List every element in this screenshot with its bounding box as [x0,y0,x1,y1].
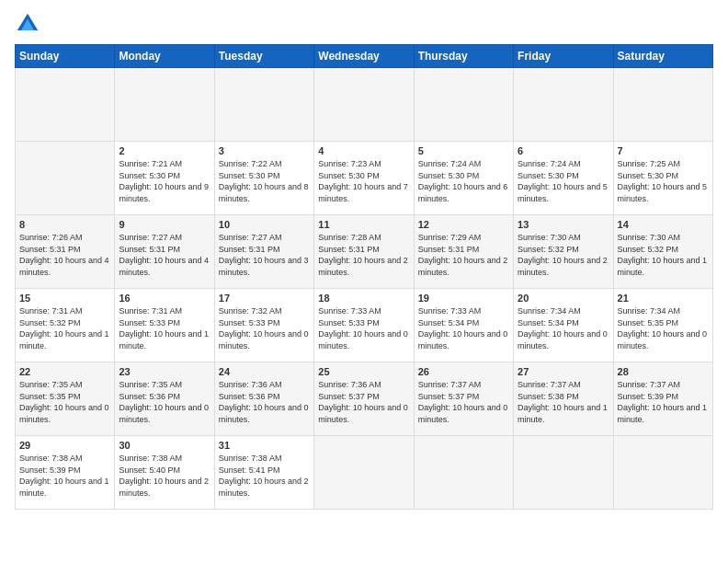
day-info: Sunrise: 7:38 AMSunset: 5:39 PMDaylight:… [19,453,110,499]
empty-cell [514,68,613,142]
day-cell-20: 20Sunrise: 7:34 AMSunset: 5:34 PMDayligh… [514,289,613,362]
day-number: 16 [119,293,210,304]
day-number: 27 [518,366,609,377]
day-cell-23: 23Sunrise: 7:35 AMSunset: 5:36 PMDayligh… [115,362,214,436]
empty-cell [414,68,513,142]
day-info: Sunrise: 7:33 AMSunset: 5:34 PMDaylight:… [418,305,509,351]
day-info: Sunrise: 7:37 AMSunset: 5:39 PMDaylight:… [618,379,709,425]
day-info: Sunrise: 7:23 AMSunset: 5:30 PMDaylight:… [318,158,409,204]
week-row-2: 8Sunrise: 7:26 AMSunset: 5:31 PMDaylight… [16,215,713,289]
day-cell-4: 4Sunrise: 7:23 AMSunset: 5:30 PMDaylight… [314,142,414,215]
empty-cell [314,436,414,510]
day-number: 19 [418,293,509,304]
day-cell-31: 31Sunrise: 7:38 AMSunset: 5:41 PMDayligh… [214,436,313,510]
week-row-1: 2Sunrise: 7:21 AMSunset: 5:30 PMDaylight… [16,142,713,215]
day-cell-30: 30Sunrise: 7:38 AMSunset: 5:40 PMDayligh… [115,436,214,510]
day-cell-14: 14Sunrise: 7:30 AMSunset: 5:32 PMDayligh… [613,215,712,289]
day-cell-19: 19Sunrise: 7:33 AMSunset: 5:34 PMDayligh… [414,289,513,362]
day-info: Sunrise: 7:21 AMSunset: 5:30 PMDaylight:… [119,158,210,204]
day-number: 21 [618,293,709,304]
empty-cell [514,436,613,510]
page: SundayMondayTuesdayWednesdayThursdayFrid… [0,0,728,563]
day-info: Sunrise: 7:24 AMSunset: 5:30 PMDaylight:… [418,158,509,204]
day-number: 13 [518,219,609,230]
day-number: 6 [518,145,609,156]
day-cell-24: 24Sunrise: 7:36 AMSunset: 5:36 PMDayligh… [214,362,313,436]
week-row-4: 22Sunrise: 7:35 AMSunset: 5:35 PMDayligh… [16,362,713,436]
day-header-tuesday: Tuesday [214,45,313,68]
day-cell-11: 11Sunrise: 7:28 AMSunset: 5:31 PMDayligh… [314,215,414,289]
calendar-header-row: SundayMondayTuesdayWednesdayThursdayFrid… [16,45,713,68]
day-number: 4 [318,145,409,156]
day-number: 11 [318,219,409,230]
day-number: 8 [19,219,110,230]
day-info: Sunrise: 7:38 AMSunset: 5:41 PMDaylight:… [219,453,310,499]
day-number: 26 [418,366,509,377]
day-cell-25: 25Sunrise: 7:36 AMSunset: 5:37 PMDayligh… [314,362,414,436]
day-number: 22 [19,366,110,377]
day-info: Sunrise: 7:30 AMSunset: 5:32 PMDaylight:… [518,232,609,278]
calendar-body: 2Sunrise: 7:21 AMSunset: 5:30 PMDaylight… [16,68,713,510]
day-cell-12: 12Sunrise: 7:29 AMSunset: 5:31 PMDayligh… [414,215,513,289]
day-info: Sunrise: 7:26 AMSunset: 5:31 PMDaylight:… [19,232,110,278]
day-number: 7 [618,145,709,156]
day-info: Sunrise: 7:38 AMSunset: 5:40 PMDaylight:… [119,453,210,499]
empty-cell [16,68,115,142]
day-header-thursday: Thursday [414,45,513,68]
day-cell-28: 28Sunrise: 7:37 AMSunset: 5:39 PMDayligh… [613,362,712,436]
empty-cell [414,436,513,510]
day-header-wednesday: Wednesday [314,45,414,68]
day-number: 3 [219,145,310,156]
day-number: 2 [119,145,210,156]
day-header-monday: Monday [115,45,214,68]
day-header-saturday: Saturday [613,45,712,68]
day-number: 10 [219,219,310,230]
day-cell-13: 13Sunrise: 7:30 AMSunset: 5:32 PMDayligh… [514,215,613,289]
day-header-sunday: Sunday [16,45,115,68]
empty-cell [613,68,712,142]
day-info: Sunrise: 7:36 AMSunset: 5:36 PMDaylight:… [219,379,310,425]
day-number: 5 [418,145,509,156]
day-cell-27: 27Sunrise: 7:37 AMSunset: 5:38 PMDayligh… [514,362,613,436]
day-info: Sunrise: 7:32 AMSunset: 5:33 PMDaylight:… [219,305,310,351]
day-info: Sunrise: 7:31 AMSunset: 5:32 PMDaylight:… [19,305,110,351]
day-cell-16: 16Sunrise: 7:31 AMSunset: 5:33 PMDayligh… [115,289,214,362]
day-number: 9 [119,219,210,230]
day-number: 18 [318,293,409,304]
day-info: Sunrise: 7:35 AMSunset: 5:35 PMDaylight:… [19,379,110,425]
day-info: Sunrise: 7:34 AMSunset: 5:34 PMDaylight:… [518,305,609,351]
empty-cell [314,68,414,142]
day-info: Sunrise: 7:37 AMSunset: 5:38 PMDaylight:… [518,379,609,425]
day-info: Sunrise: 7:36 AMSunset: 5:37 PMDaylight:… [318,379,409,425]
day-header-friday: Friday [514,45,613,68]
day-cell-22: 22Sunrise: 7:35 AMSunset: 5:35 PMDayligh… [16,362,115,436]
day-cell-10: 10Sunrise: 7:27 AMSunset: 5:31 PMDayligh… [214,215,313,289]
day-cell-8: 8Sunrise: 7:26 AMSunset: 5:31 PMDaylight… [16,215,115,289]
day-number: 24 [219,366,310,377]
day-cell-2: 2Sunrise: 7:21 AMSunset: 5:30 PMDaylight… [115,142,214,215]
week-row-3: 15Sunrise: 7:31 AMSunset: 5:32 PMDayligh… [16,289,713,362]
day-number: 30 [119,440,210,451]
day-info: Sunrise: 7:29 AMSunset: 5:31 PMDaylight:… [418,232,509,278]
day-cell-15: 15Sunrise: 7:31 AMSunset: 5:32 PMDayligh… [16,289,115,362]
day-info: Sunrise: 7:27 AMSunset: 5:31 PMDaylight:… [119,232,210,278]
day-number: 20 [518,293,609,304]
day-cell-26: 26Sunrise: 7:37 AMSunset: 5:37 PMDayligh… [414,362,513,436]
empty-cell [613,436,712,510]
day-info: Sunrise: 7:25 AMSunset: 5:30 PMDaylight:… [618,158,709,204]
day-info: Sunrise: 7:27 AMSunset: 5:31 PMDaylight:… [219,232,310,278]
day-number: 25 [318,366,409,377]
day-info: Sunrise: 7:33 AMSunset: 5:33 PMDaylight:… [318,305,409,351]
day-number: 29 [19,440,110,451]
day-info: Sunrise: 7:31 AMSunset: 5:33 PMDaylight:… [119,305,210,351]
day-number: 15 [19,293,110,304]
day-info: Sunrise: 7:34 AMSunset: 5:35 PMDaylight:… [618,305,709,351]
day-number: 12 [418,219,509,230]
day-cell-6: 6Sunrise: 7:24 AMSunset: 5:30 PMDaylight… [514,142,613,215]
day-cell-9: 9Sunrise: 7:27 AMSunset: 5:31 PMDaylight… [115,215,214,289]
day-info: Sunrise: 7:22 AMSunset: 5:30 PMDaylight:… [219,158,310,204]
logo [15,11,44,37]
week-row-5: 29Sunrise: 7:38 AMSunset: 5:39 PMDayligh… [16,436,713,510]
day-cell-21: 21Sunrise: 7:34 AMSunset: 5:35 PMDayligh… [613,289,712,362]
empty-cell [16,142,115,215]
